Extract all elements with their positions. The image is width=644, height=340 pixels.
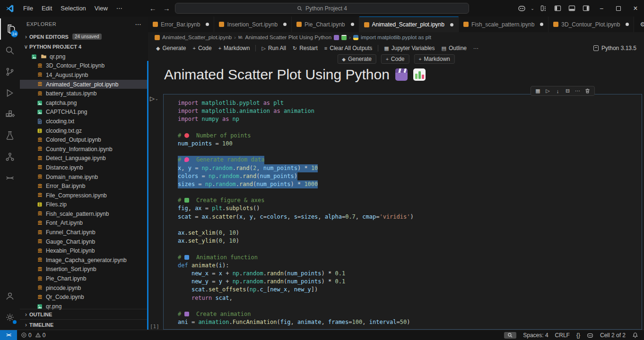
tab-3D_Contour_Plot.ipynb[interactable]: 3D_Contour_Plot.ipynb xyxy=(548,17,634,32)
notifications-bell[interactable] xyxy=(632,332,638,338)
notebook-settings-icon[interactable]: ⚙ xyxy=(640,21,644,28)
testing-icon[interactable] xyxy=(0,125,20,146)
code-line[interactable]: fig, ax = plt.subplots() xyxy=(178,204,642,212)
code-line[interactable] xyxy=(178,302,642,310)
code-line[interactable] xyxy=(178,188,642,196)
insert-markdown-button[interactable]: +Markdown xyxy=(414,54,455,64)
menu-more-icon[interactable]: ⋯ xyxy=(112,0,127,17)
project-section[interactable]: ∨ PYTHON PROJECT 4 xyxy=(20,42,148,51)
code-line[interactable]: scat.set_offsets(np.c_[new_x, new_y]) xyxy=(178,286,642,294)
zoom-indicator[interactable] xyxy=(504,332,516,339)
toolbar-more[interactable]: ⋯ xyxy=(470,44,482,52)
customize-layout-icon[interactable] xyxy=(536,0,550,17)
restore-button[interactable] xyxy=(610,0,627,17)
code-line[interactable]: num_points = 100 xyxy=(178,140,642,148)
toggle-panel-icon[interactable] xyxy=(565,0,579,17)
settings-gear-icon[interactable] xyxy=(0,306,20,328)
breadcrumb-file[interactable]: Animated_Scatter_plot.ipynb xyxy=(162,34,232,40)
file-row-14_August.ipynb[interactable]: 14_August.ipynb xyxy=(20,70,148,80)
remote-explorer-icon[interactable] xyxy=(0,146,20,167)
tab-Insertion_Sort.ipynb[interactable]: Insertion_Sort.ipynb xyxy=(214,17,292,32)
code-line[interactable]: def animate(i): xyxy=(178,262,642,270)
toolbar-clear-all-outputs[interactable]: ≡Clear All Outputs xyxy=(321,44,375,52)
code-line[interactable]: # Number of points xyxy=(178,132,642,140)
code-line[interactable]: ax.set_ylim(0, 10) xyxy=(178,237,642,245)
back-icon[interactable]: ← xyxy=(149,4,157,12)
tab-Animated_Scatter_plot.ipynb[interactable]: Animated_Scatter_plot.ipynb xyxy=(359,17,459,32)
indentation-status[interactable]: Spaces: 4 xyxy=(523,332,548,339)
jupyter-icon[interactable] xyxy=(0,167,20,188)
code-line[interactable] xyxy=(178,124,642,132)
kernel-picker[interactable]: Python 3.13.5 xyxy=(593,45,644,51)
execute-above-icon[interactable]: ▦ xyxy=(534,87,542,94)
toolbar-jupyter-variables[interactable]: ▦Jupyter Variables xyxy=(381,44,438,52)
file-row-Insertion_Sort.ipynb[interactable]: Insertion_Sort.ipynb xyxy=(20,265,148,274)
account-icon[interactable] xyxy=(0,285,20,306)
file-row-Gauge_Chart.ipynb[interactable]: Gauge_Chart.ipynb xyxy=(20,237,148,246)
code-line[interactable] xyxy=(178,148,642,156)
cell-status[interactable]: Cell 2 of 2 xyxy=(600,332,626,339)
insert-generate-button[interactable]: ◆Generate xyxy=(337,54,376,64)
file-row-Colored_Output.ipynb[interactable]: Colored_Output.ipynb xyxy=(20,135,148,144)
file-row-Distance.ipynb[interactable]: Distance.ipynb xyxy=(20,163,148,172)
code-cell[interactable]: import matplotlib.pyplot as pltimport ma… xyxy=(163,94,642,330)
code-line[interactable]: import numpy as np xyxy=(178,115,642,123)
code-line[interactable]: # Create animation xyxy=(178,310,642,318)
problems-status[interactable]: 0 0 xyxy=(21,332,45,339)
code-line[interactable]: ani = animation.FuncAnimation(fig, anima… xyxy=(178,318,642,326)
markdown-heading-cell[interactable]: Animated Scatter Plot Using Python xyxy=(164,67,644,83)
tab-Pie_Chart.ipynb[interactable]: Pie_Chart.ipynb xyxy=(292,17,359,32)
code-line[interactable]: # Animation function xyxy=(178,254,642,262)
breadcrumb[interactable]: Animated_Scatter_plot.ipynb › M↓ Animate… xyxy=(148,32,644,42)
code-line[interactable]: return scat, xyxy=(178,294,642,302)
code-line[interactable]: # Create figure & axes xyxy=(178,196,642,204)
file-row-File_Compression.ipynb[interactable]: File_Compression.ipynb xyxy=(20,191,148,200)
file-row-qr.png[interactable]: qr.png xyxy=(20,52,148,61)
file-row-Hexabin_Plot.ipynb[interactable]: Hexabin_Plot.ipynb xyxy=(20,246,148,255)
file-row-clcoding.txt[interactable]: clcoding.txt xyxy=(20,117,148,126)
file-row-Funnel_Chart.ipynb[interactable]: Funnel_Chart.ipynb xyxy=(20,228,148,237)
file-row-battery_status.ipynb[interactable]: battery_status.ipynb xyxy=(20,89,148,98)
file-row-Detect_Language.ipynb[interactable]: Detect_Language.ipynb xyxy=(20,154,148,163)
explorer-icon[interactable]: 24 xyxy=(0,18,20,40)
minimize-button[interactable]: − xyxy=(593,0,610,17)
code-line[interactable]: colors = np.random.rand(num_points) xyxy=(178,172,642,180)
code-line[interactable]: sizes = np.random.rand(num_points) * 100… xyxy=(178,180,642,188)
tab-Error_Bar.ipynb[interactable]: Error_Bar.ipynb xyxy=(148,17,214,32)
insert-code-button[interactable]: +Code xyxy=(381,54,409,64)
toolbar-markdown[interactable]: +Markdown xyxy=(215,44,253,52)
remote-indicator[interactable]: >< xyxy=(0,330,17,340)
file-row-captcha.png[interactable]: captcha.png xyxy=(20,98,148,108)
forward-icon[interactable]: → xyxy=(163,4,170,12)
file-row-Country_Information.ipynb[interactable]: Country_Information.ipynb xyxy=(20,144,148,154)
toggle-primary-sidebar-icon[interactable] xyxy=(550,0,565,17)
code-line[interactable]: new_y = y + np.random.randn(num_points) … xyxy=(178,278,642,286)
file-row-Pie_Chart.ipynb[interactable]: Pie_Chart.ipynb xyxy=(20,274,148,283)
outline-section[interactable]: › OUTLINE xyxy=(20,309,148,319)
menu-selection[interactable]: Selection xyxy=(56,0,90,17)
toggle-secondary-sidebar-icon[interactable] xyxy=(579,0,593,17)
split-cell-icon[interactable]: ⊟ xyxy=(564,87,572,94)
file-row-Error_Bar.ipynb[interactable]: Error_Bar.ipynb xyxy=(20,181,148,191)
code-line[interactable]: new_x = x + np.random.randn(num_points) … xyxy=(178,270,642,278)
toolbar-run-all[interactable]: ▷Run All xyxy=(258,44,289,52)
file-row-3D_Contour_Plot.ipynb[interactable]: 3D_Contour_Plot.ipynb xyxy=(20,61,148,71)
close-button[interactable]: × xyxy=(627,0,644,17)
run-debug-icon[interactable] xyxy=(0,82,20,103)
run-cell-button[interactable]: ▷ ⌄ xyxy=(150,95,158,102)
code-line[interactable]: ax.set_xlim(0, 10) xyxy=(178,229,642,237)
toolbar-generate[interactable]: ◆Generate xyxy=(153,44,190,52)
file-row-Image_Capcha_generator.ipynb[interactable]: Image_Capcha_generator.ipynb xyxy=(20,255,148,265)
file-row-pincode.ipynb[interactable]: pincode.ipynb xyxy=(20,283,148,293)
source-control-icon[interactable] xyxy=(0,61,20,82)
code-line[interactable] xyxy=(178,221,642,229)
sidebar-resize-sash[interactable] xyxy=(147,61,148,330)
breadcrumb-code[interactable]: import matplotlib.pyplot as plt xyxy=(361,34,431,40)
open-editors-section[interactable]: › OPEN EDITORS 24 unsaved xyxy=(20,32,148,42)
code-line[interactable]: scat = ax.scatter(x, y, c=colors, s=size… xyxy=(178,213,642,221)
file-row-Font_Art.ipynb[interactable]: Font_Art.ipynb xyxy=(20,219,148,228)
code-line[interactable]: # Generate random data xyxy=(178,156,642,164)
search-icon[interactable] xyxy=(0,40,20,61)
toolbar-restart[interactable]: ↻Restart xyxy=(289,44,321,52)
code-line[interactable]: import matplotlib.animation as animation xyxy=(178,107,642,115)
